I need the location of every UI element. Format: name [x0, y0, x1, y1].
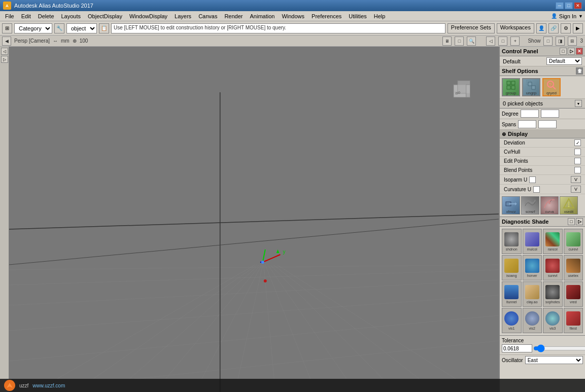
category-combo[interactable]: Category: [14, 23, 52, 33]
menu-file[interactable]: File: [2, 12, 17, 20]
diag-clayao[interactable]: clay.ao: [523, 281, 542, 307]
display-section-label: Display: [508, 131, 528, 137]
isoparm-v-button[interactable]: V: [571, 176, 581, 183]
blendpoints-checkbox[interactable]: [574, 167, 581, 173]
camera-label: Persp [Camera]: [14, 38, 50, 44]
menu-render[interactable]: Render: [221, 12, 246, 20]
panel-close-icon[interactable]: ✕: [576, 48, 583, 55]
action-icon-xfmcv[interactable]: xfmcv: [502, 196, 520, 215]
action-icon-xsedit[interactable]: xsedit: [560, 196, 578, 215]
show-icon-1[interactable]: □: [543, 37, 553, 46]
shelf-group-label: group: [506, 91, 516, 95]
preference-sets-button[interactable]: Preference Sets: [448, 23, 495, 33]
display-icon-3[interactable]: 🔍: [467, 37, 476, 46]
sign-in-label[interactable]: Sign In: [559, 13, 576, 19]
show-icon-3[interactable]: ⊞: [568, 37, 577, 46]
leftpanel-toggle[interactable]: ◀: [2, 37, 11, 46]
cvhull-checkbox[interactable]: [574, 149, 581, 155]
diag-isoang[interactable]: isoang: [502, 255, 522, 280]
menu-preferences[interactable]: Preferences: [308, 12, 345, 20]
diag-curevl[interactable]: curevl: [564, 229, 583, 254]
left-tool-1[interactable]: ◁: [1, 48, 8, 55]
editpoints-checkbox[interactable]: [574, 158, 581, 164]
display-icon-2[interactable]: □: [455, 37, 464, 46]
spans-input-2[interactable]: [538, 120, 557, 128]
minimize-button[interactable]: ─: [556, 2, 564, 9]
diag-vis1[interactable]: vis1: [502, 308, 522, 333]
menu-layouts[interactable]: Layouts: [58, 12, 84, 20]
history-icon[interactable]: 📋: [99, 23, 109, 33]
menu-help[interactable]: Help: [371, 12, 389, 20]
diag-filest[interactable]: filest: [564, 308, 583, 333]
degree-input-2[interactable]: [541, 110, 559, 118]
toolbar-icon-3[interactable]: 🔗: [548, 23, 559, 33]
viewport[interactable]: Persp [Camera] ←→ mm ⊕ 100: [9, 47, 499, 392]
shelf-icon-qryed[interactable]: ? qryed: [542, 78, 561, 96]
shelf-trash-icon[interactable]: 🗑: [576, 67, 583, 75]
cvhull-label: Cv/Hull: [504, 149, 520, 155]
shelf-icon-group[interactable]: group: [502, 78, 520, 96]
maximize-button[interactable]: □: [565, 2, 573, 9]
menu-animation[interactable]: Animation: [247, 12, 278, 20]
object-icon[interactable]: 🔧: [54, 23, 64, 33]
view-icon-2[interactable]: □: [498, 37, 507, 46]
diag-vred[interactable]: vred: [564, 281, 583, 307]
menu-windowdisplay[interactable]: WindowDisplay: [126, 12, 170, 20]
signin-dropdown[interactable]: ▼: [578, 14, 583, 19]
diag-usetex[interactable]: usetex: [564, 255, 583, 280]
deviation-checkbox[interactable]: [574, 139, 581, 146]
svg-point-26: [264, 279, 267, 282]
diag-icon-1[interactable]: □: [568, 218, 575, 225]
diag-surevl[interactable]: surevl: [543, 255, 563, 280]
toolbar-icon-1[interactable]: ⊞: [2, 23, 12, 33]
menu-utilities[interactable]: Utilities: [346, 12, 369, 20]
menu-delete[interactable]: Delete: [35, 12, 57, 20]
panel-icon-2[interactable]: ▷: [568, 48, 575, 55]
diag-vis3[interactable]: vis3: [543, 308, 563, 333]
default-select[interactable]: Default: [546, 57, 582, 65]
diag-vis2[interactable]: vis2: [523, 308, 542, 333]
show-icon-2[interactable]: ◨: [556, 37, 565, 46]
diag-horver[interactable]: horver: [523, 255, 542, 280]
zoom-icon: ⊕: [73, 38, 77, 44]
objects-dropdown[interactable]: [575, 100, 582, 107]
toolbar-icon-5[interactable]: ▶: [573, 23, 583, 33]
action-icon-scnsrf[interactable]: scnsrf: [521, 196, 539, 215]
curvature-v-button[interactable]: V: [571, 186, 581, 193]
diag-sophotes[interactable]: sophotes: [543, 281, 563, 307]
panel-icon-1[interactable]: □: [560, 48, 567, 55]
degree-input-1[interactable]: [521, 110, 539, 118]
left-tool-2[interactable]: ▷: [1, 56, 8, 63]
isoparm-checkbox[interactable]: [529, 176, 536, 183]
spans-input-1[interactable]: [518, 120, 536, 128]
toolbar-icon-4[interactable]: ⚙: [561, 23, 571, 33]
display-icon-1[interactable]: 🖥: [442, 37, 452, 46]
watermark-bar: uzzf www.uzzf.com: [0, 379, 585, 392]
diag-rancol[interactable]: rancol: [543, 229, 563, 254]
menu-windows[interactable]: Windows: [279, 12, 307, 20]
menu-canvas[interactable]: Canvas: [195, 12, 220, 20]
view-icon-3[interactable]: +: [510, 37, 520, 46]
display-curvature-row: Curvature U V: [500, 185, 585, 194]
display-section-header[interactable]: ⊕ Display: [500, 130, 585, 138]
object-combo[interactable]: object: [66, 23, 97, 33]
diag-shdnon[interactable]: shdnon: [502, 229, 522, 254]
tolerance-slider[interactable]: [533, 345, 585, 352]
oscillator-select[interactable]: East: [525, 356, 583, 364]
toolbar-icon-2[interactable]: 👤: [536, 23, 546, 33]
tolerance-input[interactable]: [502, 344, 532, 352]
diag-ltunnel[interactable]: ltunnel: [502, 281, 522, 307]
menu-layers[interactable]: Layers: [171, 12, 194, 20]
close-button[interactable]: ✕: [574, 2, 582, 9]
menu-objectdisplay[interactable]: ObjectDisplay: [85, 12, 125, 20]
diag-icon-2[interactable]: ▷: [576, 218, 583, 225]
curvature-checkbox[interactable]: [533, 186, 540, 193]
isoparm-label: Isoparm U: [504, 177, 527, 183]
view-icon-1[interactable]: ◁: [486, 37, 495, 46]
action-icon-curva[interactable]: curva: [540, 196, 559, 215]
shelf-icon-ungrp[interactable]: ungrp: [522, 78, 540, 96]
workspaces-button[interactable]: Workspaces: [497, 23, 534, 33]
window-controls[interactable]: ─ □ ✕: [556, 2, 582, 9]
diag-mulcol[interactable]: mulcol: [523, 229, 542, 254]
menu-edit[interactable]: Edit: [18, 12, 34, 20]
